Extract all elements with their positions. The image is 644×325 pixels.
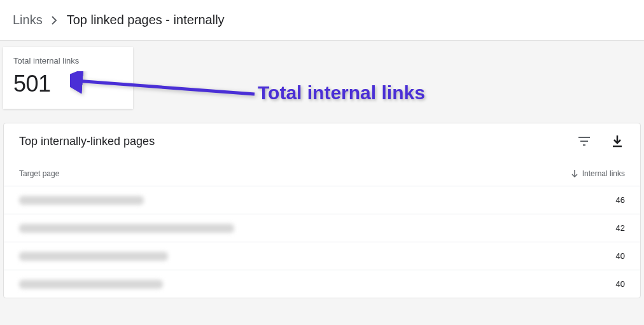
table-body: 46424040 <box>4 186 640 298</box>
stat-value: 501 <box>13 71 123 97</box>
panel-title: Top internally-linked pages <box>19 135 155 148</box>
column-target-page[interactable]: Target page <box>19 169 59 178</box>
target-page-url <box>19 280 163 289</box>
total-internal-links-card: Total internal links 501 <box>3 47 133 109</box>
table-row[interactable]: 42 <box>4 214 640 242</box>
internal-links-count: 40 <box>616 279 625 289</box>
panel-actions <box>577 134 625 149</box>
breadcrumb: Links Top linked pages - internally <box>13 13 225 27</box>
target-page-url <box>19 224 234 233</box>
column-internal-links[interactable]: Internal links <box>571 169 625 178</box>
chevron-right-icon <box>52 16 58 25</box>
stat-label: Total internal links <box>13 56 123 66</box>
breadcrumb-root-link[interactable]: Links <box>13 13 43 27</box>
arrow-down-icon <box>571 169 578 178</box>
internal-links-count: 40 <box>616 251 625 261</box>
internal-links-count: 42 <box>616 223 625 233</box>
target-page-url <box>19 252 168 261</box>
download-icon[interactable] <box>610 134 625 149</box>
column-internal-links-label: Internal links <box>582 169 625 178</box>
table-row[interactable]: 46 <box>4 186 640 214</box>
panel-header: Top internally-linked pages <box>4 123 640 162</box>
top-linked-pages-panel: Top internally-linked pages <box>3 123 641 298</box>
content-area: Total internal links 501 Top internally-… <box>0 41 644 298</box>
breadcrumb-current: Top linked pages - internally <box>67 13 225 27</box>
table-header-row: Target page Internal links <box>4 162 640 186</box>
internal-links-count: 46 <box>616 195 625 205</box>
filter-icon[interactable] <box>577 134 592 149</box>
table-row[interactable]: 40 <box>4 242 640 270</box>
table-row[interactable]: 40 <box>4 270 640 298</box>
target-page-url <box>19 196 144 205</box>
page-header: Links Top linked pages - internally <box>0 0 644 41</box>
